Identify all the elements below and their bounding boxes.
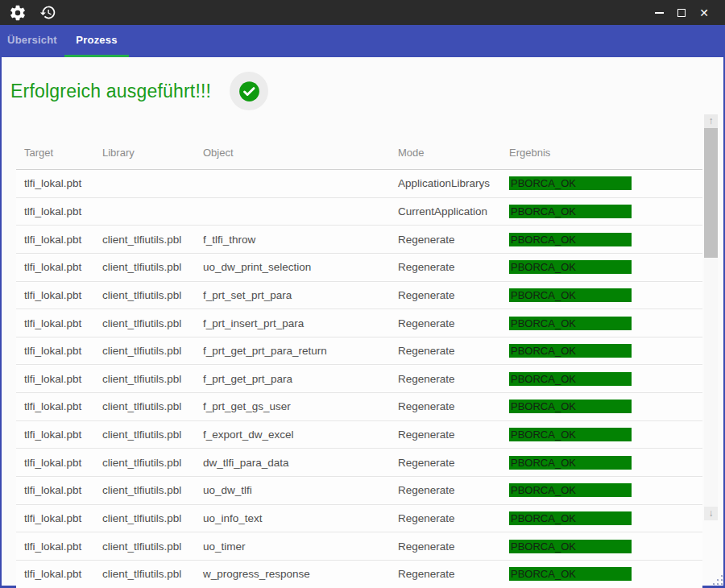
cell-library: client_tlfiutils.pbl (102, 512, 203, 524)
cell-library: client_tlfiutils.pbl (102, 429, 203, 441)
tab-uebersicht[interactable]: Übersicht (0, 25, 64, 57)
cell-object: f_export_dw_excel (203, 429, 398, 441)
cell-mode: Regenerate (398, 234, 509, 246)
scrollbar-down-button[interactable]: ↓ (704, 507, 718, 520)
table-header-mode: Mode (398, 147, 509, 159)
table-row: tlfi_lokal.pbt client_tlfiutils.pbl uo_d… (16, 254, 702, 282)
maximize-button[interactable] (670, 2, 693, 23)
titlebar: ✕ (0, 0, 725, 25)
cell-object: f_prt_get_prt_para_return (203, 345, 398, 357)
cell-library: client_tlfiutils.pbl (102, 317, 203, 329)
cell-target: tlfi_lokal.pbt (24, 512, 102, 524)
cell-target: tlfi_lokal.pbt (24, 568, 102, 580)
cell-mode: Regenerate (398, 317, 509, 329)
scrollbar-thumb[interactable] (704, 128, 718, 258)
cell-object: uo_dw_print_selection (203, 261, 398, 273)
content-area: Erfolgreich ausgeführt!!! Target Library… (2, 57, 723, 586)
table-row: tlfi_lokal.pbt client_tlfiutils.pbl f_pr… (16, 309, 702, 337)
cell-object: uo_timer (203, 540, 398, 553)
table-row: tlfi_lokal.pbt client_tlfiutils.pbl f_tl… (16, 226, 702, 254)
table-row: tlfi_lokal.pbt client_tlfiutils.pbl f_pr… (16, 282, 702, 310)
table-row: tlfi_lokal.pbt client_tlfiutils.pbl w_pr… (16, 561, 702, 588)
cell-mode: Regenerate (398, 484, 509, 496)
cell-library: client_tlfiutils.pbl (102, 373, 203, 385)
cell-target: tlfi_lokal.pbt (24, 457, 102, 469)
result-badge: PBORCA_OK (509, 176, 632, 190)
table-row: tlfi_lokal.pbt client_tlfiutils.pbl f_pr… (16, 365, 702, 393)
table-row: tlfi_lokal.pbt client_tlfiutils.pbl f_ex… (16, 421, 702, 449)
cell-target: tlfi_lokal.pbt (24, 177, 102, 189)
tab-prozess[interactable]: Prozess (64, 25, 129, 57)
result-badge: PBORCA_OK (509, 260, 632, 274)
app-window: ✕ Übersicht Prozess Erfolgreich ausgefüh… (0, 0, 725, 588)
cell-object: w_progress_response (203, 568, 398, 580)
result-badge: PBORCA_OK (509, 456, 632, 470)
cell-mode: Regenerate (398, 289, 509, 301)
cell-mode: Regenerate (398, 373, 509, 385)
cell-object: f_prt_get_prt_para (203, 373, 398, 385)
scrollbar-up-button[interactable]: ↑ (704, 114, 718, 128)
resize-grip[interactable] (711, 574, 723, 585)
cell-object: f_tlfi_throw (203, 234, 398, 246)
cell-library: client_tlfiutils.pbl (102, 484, 203, 496)
result-badge: PBORCA_OK (509, 288, 632, 302)
table-row: tlfi_lokal.pbt CurrentApplication PBORCA… (16, 198, 702, 226)
close-icon: ✕ (699, 7, 709, 19)
result-badge: PBORCA_OK (509, 567, 632, 581)
result-badge: PBORCA_OK (509, 372, 632, 386)
cell-target: tlfi_lokal.pbt (24, 234, 102, 246)
results-table: Target Library Object Mode Ergebnis tlfi… (16, 136, 702, 588)
cell-target: tlfi_lokal.pbt (24, 400, 102, 412)
cell-mode: Regenerate (398, 512, 509, 524)
settings-icon[interactable] (8, 3, 27, 23)
table-row: tlfi_lokal.pbt client_tlfiutils.pbl uo_t… (16, 532, 702, 561)
cell-object: f_prt_get_gs_user (203, 400, 398, 412)
table-row: tlfi_lokal.pbt client_tlfiutils.pbl uo_i… (16, 505, 702, 533)
arrow-up-icon: ↑ (709, 115, 714, 126)
cell-library: client_tlfiutils.pbl (102, 400, 203, 412)
close-button[interactable]: ✕ (693, 2, 715, 23)
cell-library: client_tlfiutils.pbl (102, 345, 203, 357)
result-badge: PBORCA_OK (509, 233, 632, 246)
table-row: tlfi_lokal.pbt client_tlfiutils.pbl f_pr… (16, 393, 702, 421)
cell-target: tlfi_lokal.pbt (24, 205, 102, 217)
result-badge: PBORCA_OK (509, 483, 632, 497)
result-badge: PBORCA_OK (509, 540, 632, 553)
cell-library: client_tlfiutils.pbl (102, 457, 203, 469)
cell-library: client_tlfiutils.pbl (102, 289, 203, 301)
status-row: Erfolgreich ausgeführt!!! (10, 72, 268, 110)
result-badge: PBORCA_OK (509, 317, 632, 330)
cell-library: client_tlfiutils.pbl (102, 568, 203, 580)
table-header-ergebnis: Ergebnis (509, 147, 702, 159)
page-title: Erfolgreich ausgeführt!!! (10, 81, 211, 102)
history-icon[interactable] (38, 3, 57, 23)
cell-object: uo_dw_tlfi (203, 484, 398, 496)
cell-target: tlfi_lokal.pbt (24, 484, 102, 496)
tabbar: Übersicht Prozess (0, 25, 725, 57)
table-row: tlfi_lokal.pbt client_tlfiutils.pbl dw_t… (16, 449, 702, 477)
minimize-button[interactable] (648, 2, 670, 23)
result-badge: PBORCA_OK (509, 400, 632, 413)
cell-mode: Regenerate (398, 400, 509, 412)
vertical-scrollbar[interactable]: ↑ ↓ (704, 114, 718, 520)
table-header-target: Target (24, 147, 102, 159)
result-badge: PBORCA_OK (509, 511, 632, 525)
cell-target: tlfi_lokal.pbt (24, 429, 102, 441)
cell-object: f_prt_set_prt_para (203, 289, 398, 301)
result-badge: PBORCA_OK (509, 428, 632, 441)
cell-library: client_tlfiutils.pbl (102, 234, 203, 246)
arrow-down-icon: ↓ (709, 507, 714, 519)
check-circle-icon (230, 72, 268, 110)
cell-object: uo_info_text (203, 512, 398, 524)
cell-target: tlfi_lokal.pbt (24, 289, 102, 301)
cell-object: f_prt_insert_prt_para (203, 317, 398, 329)
cell-target: tlfi_lokal.pbt (24, 540, 102, 553)
cell-mode: Regenerate (398, 429, 509, 441)
cell-object: dw_tlfi_para_data (203, 457, 398, 469)
cell-mode: Regenerate (398, 568, 509, 580)
cell-library: client_tlfiutils.pbl (102, 261, 203, 273)
cell-mode: Regenerate (398, 540, 509, 553)
cell-target: tlfi_lokal.pbt (24, 345, 102, 357)
table-row: tlfi_lokal.pbt ApplicationLibrarys PBORC… (16, 170, 702, 198)
table-header-object: Object (203, 147, 398, 159)
